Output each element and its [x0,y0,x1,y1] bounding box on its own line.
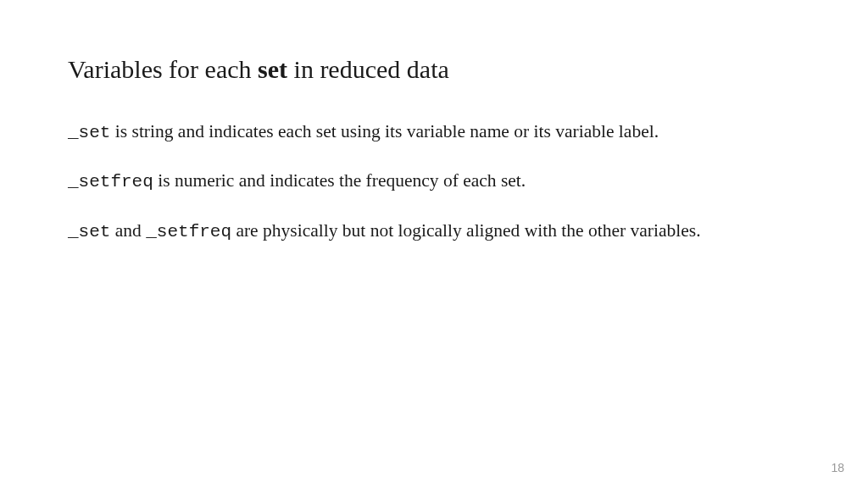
code-set-2: _set [68,222,110,241]
page-number: 18 [831,461,844,474]
code-setfreq-2: _setfreq [146,222,231,241]
paragraph-1: _set is string and indicates each set us… [68,119,800,145]
para3-text1: and [110,220,146,241]
paragraph-3: _set and _setfreq are physically but not… [68,219,800,244]
title-part1: Variables for each [68,55,258,83]
paragraph-2: _setfreq is numeric and indicates the fr… [68,169,800,194]
title-bold: set [258,55,287,83]
para2-text: is numeric and indicates the frequency o… [153,170,526,191]
slide-title: Variables for each set in reduced data [68,55,800,84]
code-set: _set [68,123,110,142]
para3-text2: are physically but not logically aligned… [231,220,700,241]
code-setfreq: _setfreq [68,172,153,191]
para1-text: is string and indicates each set using i… [110,121,659,141]
title-part2: in reduced data [287,55,449,83]
